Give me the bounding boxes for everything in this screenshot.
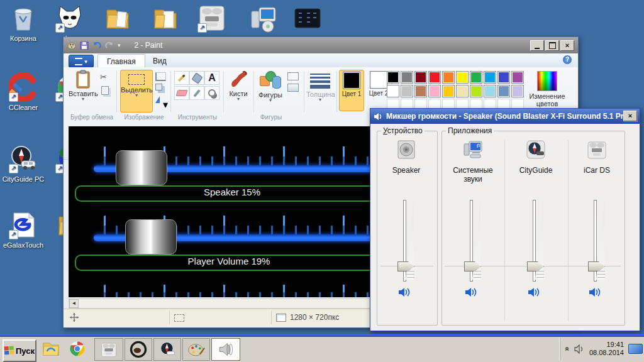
- channel-name: iCar DS: [569, 166, 625, 175]
- maximize-button[interactable]: [545, 40, 559, 51]
- mixer-channel-system-sounds: Системные звуки: [445, 139, 501, 184]
- palette-swatch[interactable]: [414, 85, 427, 97]
- crop-button[interactable]: [155, 72, 166, 81]
- eraser-tool[interactable]: [174, 86, 189, 100]
- palette-swatch[interactable]: [401, 71, 413, 84]
- desktop-icon-egalaxtouch[interactable]: ↗ eGalaxTouch: [0, 211, 47, 249]
- brush-icon: [229, 70, 248, 89]
- palette-swatch[interactable]: [497, 85, 510, 97]
- desktop-icon-mixer-panel[interactable]: [284, 4, 331, 35]
- rotate-button[interactable]: [155, 96, 160, 103]
- palette-swatch[interactable]: [442, 71, 455, 84]
- desktop-icon-ccleaner[interactable]: ↗ CCleaner: [0, 73, 47, 111]
- desktop-icon-recycle-bin[interactable]: Корзина: [0, 4, 47, 42]
- speaker-mute-button[interactable]: [397, 286, 411, 299]
- tab-view[interactable]: Вид: [144, 54, 175, 67]
- help-button[interactable]: ?: [563, 55, 572, 64]
- close-button[interactable]: ×: [560, 40, 574, 51]
- color-picker-tool[interactable]: [189, 86, 204, 100]
- taskbar-icar-ds-button[interactable]: [94, 338, 123, 361]
- palette-swatch[interactable]: [484, 71, 496, 84]
- palette-swatch[interactable]: [511, 85, 524, 97]
- mixer-channel-icar-ds: iCar DS: [569, 139, 625, 175]
- ribbon-tab-row: ▾ Главная Вид ?: [64, 53, 578, 68]
- shortcut-arrow-icon: ↗: [9, 230, 18, 239]
- desktop-icon-label: Корзина: [0, 35, 47, 42]
- copy-button[interactable]: [101, 86, 109, 95]
- palette-swatch[interactable]: [456, 71, 469, 84]
- save-button[interactable]: [80, 41, 89, 50]
- device-group-label: Устройство: [381, 126, 425, 135]
- brushes-button[interactable]: Кисти ▾: [226, 70, 251, 111]
- cut-button[interactable]: ✂: [100, 72, 107, 82]
- chevron-down-icon: ▾: [163, 99, 168, 111]
- edit-colors-button[interactable]: Изменение цветов: [528, 70, 567, 111]
- desktop: { "colors": { "desktop_bg": "#3d6ca3", "…: [0, 0, 644, 362]
- cityguide-mute-button[interactable]: [527, 286, 541, 299]
- tray-expand-icon[interactable]: «: [564, 347, 572, 351]
- palette-swatch[interactable]: [401, 85, 413, 97]
- folder-icon: [42, 341, 60, 357]
- scroll-left-icon[interactable]: ◄: [69, 299, 79, 308]
- pencil-tool[interactable]: [174, 71, 189, 85]
- paste-button[interactable]: Вставить ▾: [69, 70, 97, 111]
- redo-button[interactable]: [105, 41, 114, 50]
- taskbar-cityguide-button[interactable]: [153, 338, 181, 361]
- tray-clock[interactable]: 19:41 08.08.2014: [589, 341, 624, 357]
- palette-swatch[interactable]: [428, 71, 441, 84]
- desktop-icon-folder-1[interactable]: [94, 4, 141, 35]
- taskbar-chrome-button[interactable]: [65, 338, 89, 359]
- magnifier-tool[interactable]: [204, 86, 219, 100]
- taskbar-explorer-button[interactable]: [39, 338, 63, 359]
- start-button[interactable]: Пуск: [3, 339, 36, 362]
- color1-button[interactable]: Цвет 1: [339, 70, 364, 111]
- qat-dropdown-icon[interactable]: ▾: [118, 43, 121, 47]
- fill-tool[interactable]: [189, 71, 204, 85]
- mixer-titlebar[interactable]: Микшер громкости - Speaker (Sound Blaste…: [370, 109, 640, 124]
- desktop-icon-setup[interactable]: [240, 4, 287, 35]
- resize-button[interactable]: [155, 84, 162, 90]
- palette-swatch[interactable]: [511, 71, 524, 84]
- palette-swatch[interactable]: [414, 71, 427, 84]
- close-button[interactable]: ×: [623, 111, 637, 121]
- tray-display-icon[interactable]: [628, 344, 643, 354]
- shape-fill-button[interactable]: [287, 84, 299, 92]
- tray-volume-icon[interactable]: [574, 344, 585, 354]
- undo-button[interactable]: [92, 41, 101, 50]
- taskbar-dark-app-button[interactable]: [125, 338, 152, 361]
- palette-swatch[interactable]: [387, 71, 399, 84]
- color2-swatch: [370, 71, 387, 89]
- palette-swatch[interactable]: [470, 71, 482, 84]
- system-sounds-mute-button[interactable]: [464, 286, 478, 299]
- paint-titlebar[interactable]: ▾ 2 - Paint ×: [64, 37, 578, 53]
- text-tool-icon: A: [208, 72, 216, 84]
- speaker-icon: [374, 112, 382, 121]
- paint-app-menu-button[interactable]: ▾: [69, 55, 94, 68]
- palette-swatch[interactable]: [456, 85, 469, 97]
- tab-home[interactable]: Главная: [97, 54, 145, 68]
- desktop-icon-cityguide-pc[interactable]: ↗ CityGuide PC: [0, 145, 47, 183]
- taskbar-volume-button[interactable]: [211, 338, 240, 361]
- palette-swatch[interactable]: [442, 85, 455, 97]
- system-tray: « 19:41 08.08.2014: [560, 337, 643, 360]
- palette-swatch[interactable]: [497, 71, 510, 84]
- pencil-icon: [178, 74, 186, 82]
- shapes-button[interactable]: Фигуры ▾: [256, 70, 285, 111]
- folder-icon: [151, 4, 180, 33]
- icar-ds-mute-button[interactable]: [588, 286, 602, 299]
- maximize-icon: [549, 42, 556, 49]
- palette-swatch[interactable]: [484, 85, 496, 97]
- palette-swatch[interactable]: [387, 85, 399, 97]
- chevron-down-icon: ▾: [69, 97, 97, 101]
- taskbar-paint-button[interactable]: [182, 338, 210, 361]
- minimize-button[interactable]: [530, 40, 544, 51]
- text-tool[interactable]: A: [204, 71, 219, 85]
- thickness-button[interactable]: Толщина ▾: [306, 70, 334, 111]
- desktop-icon-folder-2[interactable]: [142, 4, 189, 35]
- shape-outline-button[interactable]: [287, 72, 299, 80]
- speaker-volume-icon: [588, 286, 602, 299]
- desktop-icon-icar-ds[interactable]: ↗: [189, 4, 235, 35]
- select-button[interactable]: Выделить ▾: [120, 70, 153, 112]
- palette-swatch[interactable]: [428, 85, 441, 97]
- palette-swatch[interactable]: [470, 85, 482, 97]
